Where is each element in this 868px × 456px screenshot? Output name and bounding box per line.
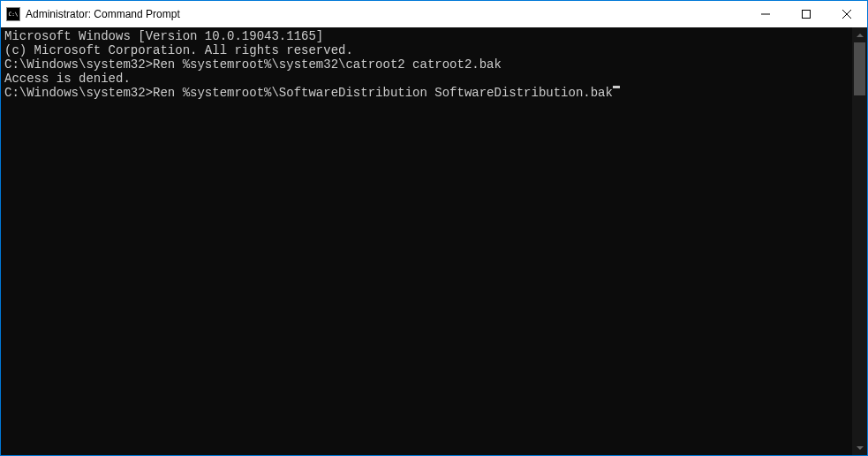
prompt-2: C:\Windows\system32> <box>4 86 153 100</box>
command-2: Ren %systemroot%\SoftwareDistribution So… <box>153 86 613 100</box>
prompt-1: C:\Windows\system32> <box>4 57 153 72</box>
scroll-track[interactable] <box>852 42 867 440</box>
command-line-2: C:\Windows\system32>Ren %systemroot%\Sof… <box>4 86 852 100</box>
cmd-icon <box>6 7 20 21</box>
console-area: Microsoft Windows [Version 10.0.19043.11… <box>1 27 867 455</box>
scroll-up-arrow[interactable] <box>852 27 867 42</box>
chevron-down-icon <box>857 446 864 450</box>
vertical-scrollbar[interactable] <box>852 27 867 455</box>
scroll-down-arrow[interactable] <box>852 440 867 455</box>
command-1: Ren %systemroot%\system32\catroot2 catro… <box>153 57 502 72</box>
close-button[interactable] <box>826 1 867 27</box>
scroll-thumb[interactable] <box>854 42 865 95</box>
command-prompt-window: Administrator: Command Prompt Microsoft … <box>1 1 867 455</box>
console-output[interactable]: Microsoft Windows [Version 10.0.19043.11… <box>1 27 852 455</box>
titlebar[interactable]: Administrator: Command Prompt <box>1 1 867 27</box>
minimize-icon <box>761 10 770 19</box>
maximize-button[interactable] <box>786 1 826 27</box>
close-icon <box>842 10 851 19</box>
command-line-1: C:\Windows\system32>Ren %systemroot%\sys… <box>4 57 852 72</box>
maximize-icon <box>802 10 811 19</box>
svg-rect-1 <box>803 11 811 19</box>
svg-marker-5 <box>857 446 864 450</box>
window-controls <box>745 1 867 27</box>
window-title: Administrator: Command Prompt <box>26 8 180 20</box>
minimize-button[interactable] <box>745 1 786 27</box>
svg-marker-4 <box>857 34 864 37</box>
chevron-up-icon <box>857 34 864 37</box>
copyright-line: (c) Microsoft Corporation. All rights re… <box>4 43 852 57</box>
text-cursor <box>613 86 620 88</box>
result-1: Access is denied. <box>4 72 852 86</box>
titlebar-left: Administrator: Command Prompt <box>6 7 180 21</box>
version-line: Microsoft Windows [Version 10.0.19043.11… <box>4 29 852 43</box>
